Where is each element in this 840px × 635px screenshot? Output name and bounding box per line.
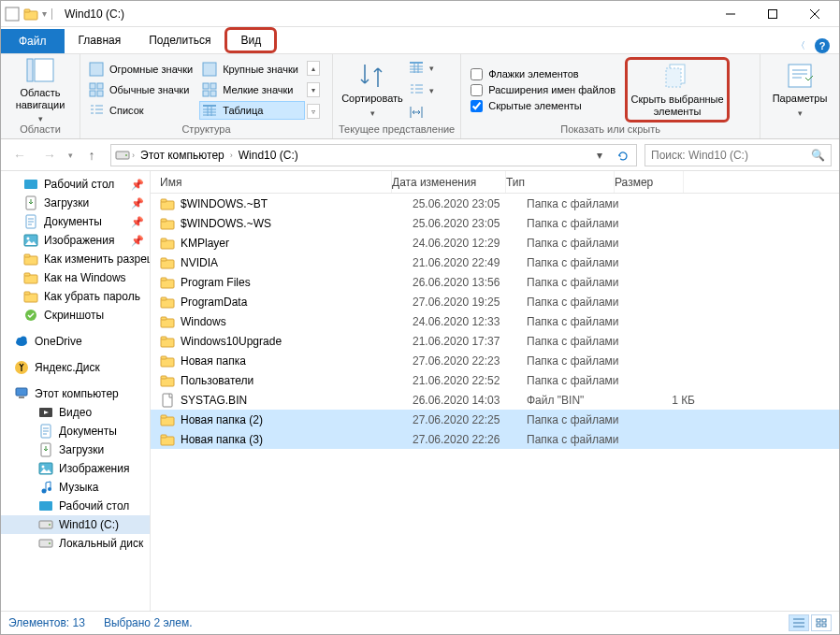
- pc-icon: [14, 386, 29, 401]
- layout-scroll-up[interactable]: ▴: [307, 61, 320, 76]
- cell-date: 25.06.2020 23:05: [413, 197, 527, 210]
- table-row[interactable]: ProgramData27.06.2020 19:25Папка с файла…: [151, 292, 839, 311]
- folder-icon: [23, 289, 38, 304]
- cell-name: Новая папка (3): [181, 433, 413, 446]
- collapse-ribbon-icon[interactable]: 〈: [796, 39, 805, 52]
- tree-desktop[interactable]: Рабочий стол: [1, 497, 150, 515]
- minimize-button[interactable]: [709, 1, 751, 27]
- tab-share[interactable]: Поделиться: [135, 27, 224, 53]
- tree-localdisk[interactable]: Локальный диск: [1, 534, 150, 553]
- tab-view[interactable]: Вид: [224, 27, 277, 53]
- options-button[interactable]: Параметры: [766, 57, 833, 123]
- breadcrumb-drive[interactable]: Wind10 (C:): [235, 149, 302, 162]
- layout-huge-icons[interactable]: Огромные значки: [86, 60, 199, 79]
- tree-desktop-quick[interactable]: Рабочий стол📌: [1, 175, 150, 194]
- tree-onedrive[interactable]: OneDrive: [1, 332, 150, 351]
- group-by-button[interactable]: [406, 58, 441, 77]
- layout-small-icons[interactable]: Мелкие значки: [199, 80, 305, 99]
- table-row[interactable]: $WINDOWS.~BT25.06.2020 23:05Папка с файл…: [151, 194, 839, 213]
- checkbox-hidden-items[interactable]: Скрытые элементы: [471, 100, 616, 112]
- layout-medium-icons[interactable]: Обычные значки: [86, 80, 199, 99]
- file-icon: [160, 393, 175, 408]
- table-row[interactable]: Новая папка (3)27.06.2020 22:26Папка с ф…: [151, 429, 839, 449]
- tree-pictures[interactable]: Изображения: [1, 459, 150, 478]
- column-type[interactable]: Тип: [506, 171, 615, 193]
- cell-date: 21.06.2020 22:52: [413, 374, 527, 387]
- history-dropdown[interactable]: ▾: [68, 151, 73, 160]
- column-name[interactable]: Имя: [151, 171, 392, 193]
- tree-documents[interactable]: Документы: [1, 422, 150, 440]
- tree-music[interactable]: Музыка: [1, 478, 150, 497]
- column-size[interactable]: Размер: [615, 171, 684, 193]
- tree-folder-screens[interactable]: Скриншоты: [1, 306, 150, 325]
- refresh-button[interactable]: [612, 145, 632, 166]
- column-date[interactable]: Дата изменения: [392, 171, 506, 193]
- tree-documents-quick[interactable]: Документы📌: [1, 212, 150, 231]
- forward-button[interactable]: →: [38, 144, 61, 166]
- tab-file[interactable]: Файл: [1, 29, 65, 53]
- tree-folder-howwin[interactable]: Как на Windows: [1, 268, 150, 287]
- close-button[interactable]: [793, 1, 835, 27]
- tree-downloads[interactable]: Загрузки: [1, 440, 150, 459]
- table-row[interactable]: Пользователи21.06.2020 22:52Папка с файл…: [151, 370, 839, 390]
- layout-large-icons[interactable]: Крупные значки: [199, 60, 305, 79]
- table-row[interactable]: KMPlayer24.06.2020 12:29Папка с файлами: [151, 233, 839, 253]
- checkbox-item-checkboxes[interactable]: Флажки элементов: [471, 68, 616, 80]
- view-details-toggle[interactable]: [789, 614, 809, 631]
- folder-icon: [23, 270, 38, 285]
- table-row[interactable]: NVIDIA21.06.2020 22:49Папка с файлами: [151, 253, 839, 272]
- folder-icon: [160, 432, 175, 447]
- address-bar: ← → ▾ ↑ › Этот компьютер › Wind10 (C:) ▾…: [1, 139, 839, 171]
- tree-yandex-disk[interactable]: Яндекс.Диск: [1, 358, 150, 377]
- table-row[interactable]: Новая папка (2)27.06.2020 22:25Папка с ф…: [151, 410, 839, 429]
- table-row[interactable]: Program Files26.06.2020 13:56Папка с фай…: [151, 272, 839, 292]
- sort-button[interactable]: Сортировать: [339, 57, 406, 123]
- table-row[interactable]: Windows24.06.2020 12:33Папка с файлами: [151, 311, 839, 331]
- layout-details[interactable]: Таблица: [199, 101, 305, 120]
- cell-type: Папка с файлами: [527, 256, 635, 269]
- address-dropdown[interactable]: ▾: [589, 145, 610, 166]
- layout-more[interactable]: ▿: [307, 104, 320, 119]
- tree-pictures-quick[interactable]: Изображения📌: [1, 231, 150, 250]
- search-box[interactable]: 🔍: [644, 144, 832, 166]
- table-row[interactable]: $WINDOWS.~WS25.06.2020 23:05Папка с файл…: [151, 213, 839, 233]
- ribbon-group-show-hide: Флажки элементов Расширения имен файлов …: [461, 54, 760, 138]
- tree-drive-c[interactable]: Wind10 (C:): [1, 515, 150, 534]
- help-icon[interactable]: ?: [815, 38, 830, 53]
- cell-name: ProgramData: [181, 296, 413, 309]
- maximize-button[interactable]: [751, 1, 793, 27]
- cell-name: $WINDOWS.~WS: [181, 217, 413, 230]
- checkbox-input[interactable]: [471, 68, 483, 80]
- table-row[interactable]: Windows10Upgrade21.06.2020 17:37Папка с …: [151, 331, 839, 351]
- tree-videos[interactable]: Видео: [1, 403, 150, 422]
- checkbox-file-extensions[interactable]: Расширения имен файлов: [471, 84, 616, 96]
- search-input[interactable]: [651, 149, 805, 162]
- tree-folder-howchg[interactable]: Как изменить разрешение: [1, 250, 150, 268]
- breadcrumb[interactable]: › Этот компьютер › Wind10 (C:) ▾: [110, 144, 637, 166]
- svg-rect-38: [822, 619, 826, 622]
- tree-downloads-quick[interactable]: Загрузки📌: [1, 194, 150, 212]
- cell-name: Новая папка: [181, 354, 413, 368]
- cell-type: Папка с файлами: [527, 197, 635, 210]
- up-button[interactable]: ↑: [80, 144, 103, 166]
- table-row[interactable]: Новая папка27.06.2020 22:23Папка с файла…: [151, 351, 839, 370]
- list-header: Имя Дата изменения Тип Размер: [151, 171, 839, 194]
- navigation-pane-button[interactable]: Область навигации: [7, 57, 74, 123]
- tree-folder-howclr[interactable]: Как убрать пароль: [1, 287, 150, 306]
- search-icon[interactable]: 🔍: [811, 149, 825, 162]
- layout-list[interactable]: Список: [86, 101, 199, 120]
- checkbox-input[interactable]: [471, 84, 483, 96]
- layout-scroll-down[interactable]: ▾: [307, 82, 320, 97]
- breadcrumb-this-pc[interactable]: Этот компьютер: [137, 149, 228, 162]
- checkbox-input[interactable]: [471, 100, 483, 112]
- back-button[interactable]: ←: [8, 144, 31, 166]
- table-row[interactable]: SYSTAG.BIN26.06.2020 14:03Файл "BIN"1 КБ: [151, 390, 839, 410]
- cloud-icon: [14, 334, 29, 349]
- fit-columns-button[interactable]: [406, 103, 441, 122]
- hide-selected-button[interactable]: Скрыть выбранные элементы: [625, 57, 730, 123]
- tree-this-pc[interactable]: Этот компьютер: [1, 384, 150, 403]
- cell-date: 26.06.2020 14:03: [413, 394, 527, 407]
- view-icons-toggle[interactable]: [811, 614, 832, 631]
- add-columns-button[interactable]: [406, 80, 441, 99]
- tab-home[interactable]: Главная: [65, 27, 136, 53]
